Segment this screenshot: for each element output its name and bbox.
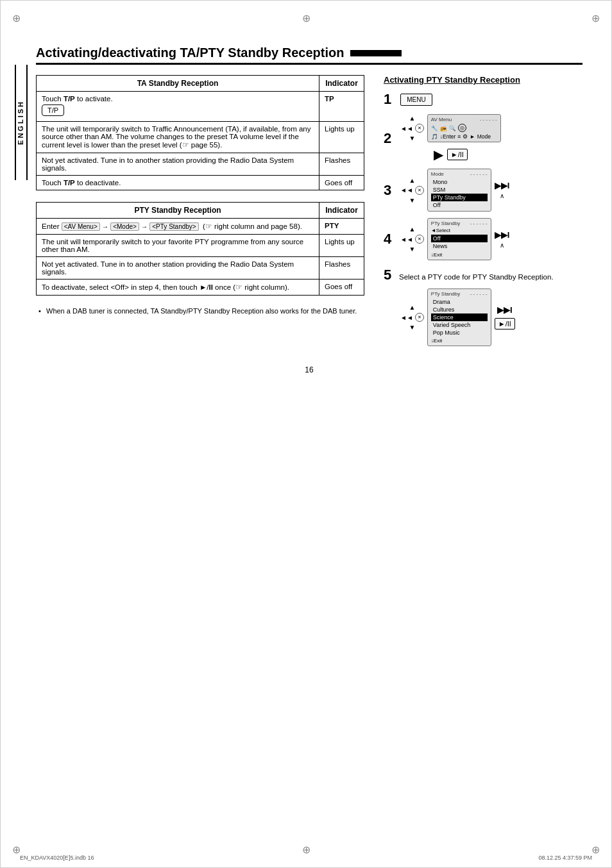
av-menu-row2: 🎵 ↓Enter ≡ ⚙ ► Mode	[431, 133, 497, 140]
exit-label-s5: ↓Exit	[431, 338, 488, 344]
mode-ref: <Mode>	[110, 222, 139, 231]
av-menu-ref: <AV Menu>	[62, 222, 100, 231]
menu-button: MENU	[400, 94, 432, 106]
av-icon-circle: ◎	[458, 124, 466, 132]
ta-row1-col2: TP	[319, 92, 364, 122]
mode-item-mono: Mono	[431, 178, 488, 186]
pty-code-title: PTy Standby	[431, 291, 460, 297]
pty-standby-title: PTy Standby	[431, 221, 460, 226]
pty-code-header: PTy Standby - - - - - -	[431, 291, 488, 297]
ta-indicator-tp: TP	[325, 95, 334, 103]
ta-row-1: Touch T/P to activate. T/P TP	[37, 92, 364, 122]
step-3-row: 3 ▲ ◄◄ ✕ ▼ Mode	[384, 169, 582, 212]
english-sidebar: ENGLISH	[15, 71, 26, 174]
step-4-content: ▲ ◄◄ ✕ ▼ PTy Standby - - - - - -	[400, 218, 509, 260]
pty-row3-col2: Flashes	[319, 257, 364, 280]
page-title-bar	[350, 50, 402, 56]
reg-mark-bottom: ⊕	[302, 844, 310, 856]
up-arrow-s5: ▲	[409, 304, 415, 311]
left-arrow-s3: ◄◄	[400, 187, 413, 194]
page-container: ⊕ ⊕ ⊕ ⊕ ⊕ ⊕ ENGLISH Activating/deactivat…	[0, 0, 612, 868]
pty-indicator: PTY	[325, 222, 339, 230]
menu-btn-label: MENU	[407, 96, 425, 103]
pty-row1-col1: Enter <AV Menu> → <Mode> → <PTy Standby>…	[37, 219, 319, 235]
pty-row3-col1: Not yet activated. Tune in to another st…	[37, 257, 319, 280]
pty5-pop: Pop Music	[431, 329, 488, 337]
page-title: Activating/deactivating TA/PTY Standby R…	[36, 46, 582, 65]
pty-standby-dots: - - - - - -	[470, 221, 488, 226]
pty-row1-ref: (☞ right column and page 58).	[201, 222, 302, 230]
av-menu-icons: 🔧 📻 🔍 ◎	[431, 124, 497, 132]
ta-col2-header: Indicator	[319, 76, 364, 92]
ta-row3-col1: Not yet activated. Tune in to another st…	[37, 153, 319, 176]
play-pause-s2: ►/II	[447, 149, 468, 160]
pty-standby-ref: <PTy Standby>	[149, 222, 198, 231]
note: When a DAB tuner is connected, TA Standb…	[36, 307, 364, 315]
mode-screen-dots: - - - - - -	[470, 171, 488, 177]
reg-mark-left-top: ⊕	[12, 12, 21, 24]
footer-right: 08.12.25 4:37:59 PM	[538, 855, 592, 861]
step-5-block: 5 Select a PTY code for PTY Standby Rece…	[384, 267, 582, 346]
left-nav-col-s5: ▲ ◄◄ ✕ ▼	[400, 304, 424, 331]
pty-standby-screen: PTy Standby - - - - - - ◄Select Off News…	[427, 218, 491, 260]
step-2-content: ▲ ◄◄ ✕ ▼ AV Menu - - - - - -	[400, 114, 501, 162]
ta-row3-col2: Flashes	[319, 153, 364, 176]
pty5-cultures: Cultures	[431, 306, 488, 313]
note-text: When a DAB tuner is connected, TA Standb…	[46, 307, 357, 315]
main-content: Activating/deactivating TA/PTY Standby R…	[36, 13, 582, 374]
step-2-num: 2	[384, 130, 395, 147]
footer-left: EN_KDAVX4020[E]5.indb 16	[20, 855, 94, 861]
mode-screen-title: Mode	[431, 171, 444, 177]
mode-screen-header: Mode - - - - - -	[431, 171, 488, 177]
up-chevron-s4: ∧	[500, 242, 504, 249]
right-nav-s3: ▶▶I ∧	[495, 181, 510, 199]
right-nav-s4: ▶▶I ∧	[495, 230, 510, 249]
enter-label: ↓Enter	[440, 133, 456, 140]
reg-mark-right-bottom: ⊕	[591, 844, 600, 856]
pty-row-2: The unit will temporarily switch to your…	[37, 235, 364, 257]
pty-item-news: News	[431, 242, 488, 250]
pty-row-4: To deactivate, select <Off> in step 4, t…	[37, 280, 364, 296]
fwd-btn-s3: ▶▶I	[495, 181, 510, 190]
ta-row4-col1: Touch T/P to deactivate.	[37, 176, 319, 190]
fwd-btn-s4: ▶▶I	[495, 230, 510, 240]
ta-row1-col1: Touch T/P to activate. T/P	[37, 92, 319, 122]
play-arrow-s2: ▶	[434, 147, 443, 162]
up-chevron-s3: ∧	[500, 192, 504, 199]
pty-row4-col2: Goes off	[319, 280, 364, 296]
two-col-layout: TA Standby Reception Indicator Touch T/P…	[36, 75, 582, 346]
step-5-text: Select a PTY code for PTY Standby Recept…	[399, 273, 554, 281]
ta-row-3: Not yet activated. Tune in to another st…	[37, 153, 364, 176]
pty-code-screen: PTy Standby - - - - - - Drama Cultures S…	[427, 288, 491, 346]
joystick-s3: ✕	[415, 186, 424, 195]
ta-row2-col2: Lights up	[319, 122, 364, 153]
step-2-bottom: ▶ ►/II	[434, 147, 468, 162]
reg-mark-right-top: ⊕	[591, 12, 600, 24]
step-4-num: 4	[384, 231, 395, 247]
pty-row2-col1: The unit will temporarily switch to your…	[37, 235, 319, 257]
up-arrow-s3: ▲	[409, 177, 415, 184]
joystick-s4: ✕	[415, 235, 424, 244]
pty-row4-col1: To deactivate, select <Off> in step 4, t…	[37, 280, 319, 296]
av-icon-3: 🔍	[449, 125, 456, 131]
ta-row4-col2: Goes off	[319, 176, 364, 190]
pty-code-dots: - - - - - -	[470, 291, 488, 297]
right-column: Activating PTY Standby Reception 1 MENU …	[377, 75, 582, 346]
mid-nav-s4: ◄◄ ✕	[400, 235, 424, 244]
left-column: TA Standby Reception Indicator Touch T/P…	[36, 75, 364, 315]
mode-item-ssm: SSM	[431, 186, 488, 194]
left-arrow-s2: ◄◄	[400, 125, 413, 132]
left-nav-col-s2: ▲ ◄◄ ✕ ▼	[400, 115, 424, 142]
ta-row2-col1: The unit will temporarily switch to Traf…	[37, 122, 319, 153]
page-title-text: Activating/deactivating TA/PTY Standby R…	[36, 46, 344, 60]
av-menu-screen: AV Menu - - - - - - 🔧 📻 🔍 ◎	[427, 114, 501, 142]
step-3-content: ▲ ◄◄ ✕ ▼ Mode - - - - - -	[400, 169, 509, 212]
pty-col2-header: Indicator	[319, 203, 364, 219]
step-3-num: 3	[384, 182, 395, 199]
step-1-num: 1	[384, 91, 395, 108]
pty5-varied: Varied Speech	[431, 321, 488, 329]
dn-arrow-s2: ▼	[409, 135, 415, 142]
pty5-science: Science	[431, 313, 488, 321]
mode-label: Mode	[477, 133, 491, 140]
play-pause-label-s2: ►/II	[451, 151, 464, 158]
